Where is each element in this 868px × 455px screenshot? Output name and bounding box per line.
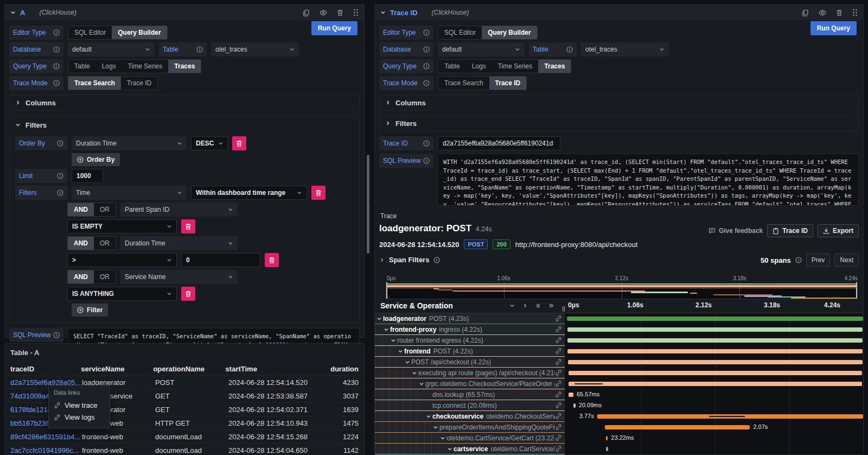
database-select[interactable]: default (438, 42, 525, 56)
table-select[interactable]: otel_traces (581, 42, 669, 56)
duplicate-query-icon[interactable] (303, 9, 310, 16)
filter-time-field-select[interactable]: Time (72, 186, 187, 200)
span-row[interactable]: dns.lookup (65.57ms)65.57ms (375, 389, 863, 400)
span-timeline-cell[interactable] (567, 357, 863, 368)
trace-id-link[interactable]: 2ac7ccfc01941996c... (10, 446, 82, 454)
chevron-down-icon[interactable] (384, 327, 389, 332)
add-filter-button[interactable]: Filter (72, 304, 108, 317)
span-timeline-cell[interactable] (567, 444, 863, 454)
option-trace-id[interactable]: Trace ID (489, 77, 527, 90)
span-row[interactable]: router frontend egress (4.22s) (375, 335, 863, 346)
table-row[interactable]: 2ac7ccfc01941996c...frontend-webdocument… (5, 443, 364, 455)
order-direction-select[interactable]: DESC (191, 136, 228, 150)
expand-one-icon[interactable] (522, 303, 528, 308)
span-link-icon[interactable] (555, 337, 562, 344)
span-row[interactable]: tcp.connect (20.09ms)20.09ms (375, 400, 863, 411)
trace-minimap[interactable]: 0μs1.06s2.12s3.18s4.24s (386, 275, 858, 299)
trace-id-button[interactable]: Trace ID (767, 224, 813, 237)
add-order-by-button[interactable]: Order By (72, 153, 120, 166)
minimap-canvas[interactable] (386, 282, 858, 299)
span-bar[interactable] (569, 382, 862, 386)
drag-handle-icon[interactable] (852, 9, 858, 16)
option-traces[interactable]: Traces (538, 60, 571, 73)
span-bar[interactable] (573, 403, 576, 408)
span-filters-toggle[interactable]: Span Filters (379, 256, 440, 264)
filters-section-toggle[interactable]: Filters (15, 118, 354, 132)
filter-operator-select[interactable]: IS ANYTHING (67, 287, 177, 301)
collapse-one-icon[interactable] (509, 303, 515, 308)
span-name-cell[interactable]: tcp.connect (20.09ms) (375, 400, 565, 411)
span-row[interactable]: loadgeneratorPOST (4.23s) (375, 313, 863, 324)
filter-operator-select[interactable]: > (67, 253, 177, 267)
span-bar[interactable] (567, 349, 863, 353)
span-bar[interactable] (568, 360, 863, 364)
option-time-series[interactable]: Time Series (122, 60, 169, 73)
span-link-icon[interactable] (555, 434, 562, 441)
option-time-series[interactable]: Time Series (492, 60, 539, 73)
scrollbar-track[interactable] (367, 21, 369, 451)
toggle-visibility-icon[interactable] (320, 10, 327, 16)
table-select[interactable]: otel_traces (211, 42, 299, 56)
span-timeline-cell[interactable] (567, 324, 863, 335)
chevron-down-icon[interactable] (376, 316, 382, 321)
filter-field-select[interactable]: Parent Span ID (120, 203, 238, 217)
span-name-cell[interactable]: dns.lookup (65.57ms) (375, 389, 565, 400)
span-bar[interactable] (567, 327, 863, 332)
chevron-down-icon[interactable] (405, 359, 410, 365)
filters-section-toggle[interactable]: Filters (379, 115, 859, 131)
span-name-cell[interactable]: prepareOrderItemsAndShippingQuoteFromCar… (375, 422, 565, 433)
chevron-down-icon[interactable] (412, 370, 417, 376)
span-timeline-cell[interactable]: 2.07s (567, 422, 863, 433)
remove-filter-button[interactable] (265, 253, 279, 267)
data-link-view-trace[interactable]: View trace (54, 399, 105, 411)
span-link-icon[interactable] (555, 358, 562, 365)
collapse-all-icon[interactable] (535, 303, 541, 308)
span-row[interactable]: grpc.oteldemo.CheckoutService/PlaceOrder… (375, 378, 863, 389)
span-timeline-cell[interactable] (567, 335, 863, 346)
prev-span-button[interactable]: Prev (806, 254, 831, 267)
table-row[interactable]: 89cf4286e631591b4...frontend-webdocument… (5, 429, 364, 443)
col-servicename[interactable]: serviceName (81, 365, 153, 373)
span-bar[interactable] (605, 425, 750, 429)
span-bar[interactable] (567, 317, 863, 321)
col-traceid[interactable]: traceID (10, 365, 81, 373)
remove-filter-button[interactable] (181, 219, 195, 233)
filter-value-input[interactable]: 0 (181, 253, 260, 267)
span-link-icon[interactable] (555, 380, 562, 387)
span-bar[interactable] (606, 436, 608, 440)
span-row[interactable]: cartserviceoteldemo.CartService/GetCart (375, 444, 863, 454)
span-link-icon[interactable] (555, 402, 562, 409)
option-table[interactable]: Table (68, 60, 96, 73)
span-name-cell[interactable]: POST /api/checkout (4.22s) (375, 357, 565, 368)
span-link-icon[interactable] (555, 315, 562, 322)
option-and[interactable]: AND (68, 237, 94, 250)
chevron-down-icon[interactable] (433, 425, 438, 430)
span-row[interactable]: frontendPOST (4.22s) (375, 346, 863, 357)
span-row[interactable]: oteldemo.CartService/GetCart (23.22ms)23… (375, 433, 863, 444)
option-logs[interactable]: Logs (96, 60, 122, 73)
span-bar[interactable] (569, 371, 863, 375)
toggle-visibility-icon[interactable] (819, 10, 826, 16)
col-operationname[interactable]: operationName (153, 365, 225, 373)
span-name-cell[interactable]: checkoutserviceoteldemo.CheckoutService/… (375, 411, 565, 422)
span-row[interactable]: checkoutserviceoteldemo.CheckoutService/… (375, 411, 863, 422)
remove-order-by-button[interactable] (232, 136, 246, 150)
span-timeline-cell[interactable]: 20.09ms (567, 400, 863, 411)
span-name-cell[interactable]: router frontend egress (4.22s) (375, 335, 565, 346)
run-query-button[interactable]: Run Query (311, 21, 358, 35)
query-header-a[interactable]: A (ClickHouse) (5, 5, 364, 20)
span-timeline-cell[interactable]: 65.57ms (567, 389, 863, 400)
trace-id-input[interactable]: d2a7155ef6a928a05680e5ff6190241d (438, 136, 560, 150)
span-link-icon[interactable] (555, 413, 562, 420)
chevron-down-icon[interactable] (419, 381, 424, 387)
delete-query-icon[interactable] (337, 9, 343, 16)
option-table[interactable]: Table (438, 60, 466, 73)
option-or[interactable]: OR (94, 237, 116, 250)
collapse-query-icon[interactable] (10, 10, 16, 15)
option-trace-search[interactable]: Trace Search (438, 77, 489, 90)
span-row[interactable]: executing api route (pages) /api/checkou… (375, 368, 863, 378)
chevron-down-icon[interactable] (440, 435, 445, 441)
option-sql-editor[interactable]: SQL Editor (438, 26, 482, 39)
order-by-field-select[interactable]: Duration Time (72, 136, 187, 150)
span-link-icon[interactable] (555, 369, 562, 376)
